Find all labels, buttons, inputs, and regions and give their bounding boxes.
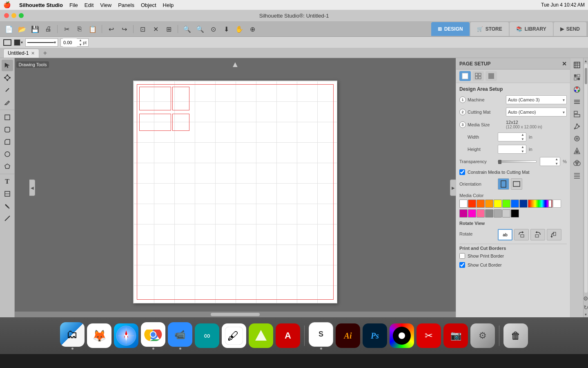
rail-effects[interactable] bbox=[572, 96, 582, 107]
swatch-pink[interactable] bbox=[459, 209, 468, 218]
show-print-border-checkbox[interactable] bbox=[459, 253, 465, 259]
dock-illustrator[interactable]: Ai bbox=[336, 323, 360, 348]
swatch-light-pink[interactable] bbox=[477, 209, 485, 218]
stroke-style-dropdown[interactable]: ▾ bbox=[14, 39, 23, 46]
dock-trash[interactable]: 🗑 bbox=[503, 323, 528, 348]
undo-button[interactable]: ↩ bbox=[105, 23, 117, 35]
menu-help[interactable]: Help bbox=[163, 2, 174, 8]
minimize-button[interactable] bbox=[11, 13, 16, 18]
dock-photos[interactable] bbox=[390, 323, 414, 348]
horizontal-scrollbar[interactable] bbox=[15, 312, 456, 317]
redo-button[interactable]: ↪ bbox=[118, 23, 130, 35]
refresh-icon[interactable]: ↻ bbox=[582, 303, 588, 312]
delete-button[interactable]: ✕ bbox=[150, 23, 161, 35]
rail-weld[interactable] bbox=[572, 158, 582, 168]
scroll-down-arrow[interactable]: ▼ bbox=[584, 312, 588, 316]
stroke-width-steppers[interactable]: ▲ ▼ bbox=[79, 38, 82, 47]
group-button[interactable]: ⊞ bbox=[163, 23, 174, 35]
menu-file[interactable]: File bbox=[69, 2, 78, 8]
swatch-lime[interactable] bbox=[502, 200, 510, 208]
open-file-button[interactable]: 📂 bbox=[16, 23, 28, 35]
right-panel-collapse[interactable]: ▶ bbox=[450, 180, 456, 196]
print-button[interactable]: 🖨 bbox=[42, 23, 54, 35]
show-cut-border-checkbox[interactable] bbox=[459, 262, 465, 268]
horizontal-scroll-thumb[interactable] bbox=[211, 313, 260, 316]
menu-object[interactable]: Object bbox=[141, 2, 156, 8]
ps-tab-solid[interactable] bbox=[486, 71, 497, 81]
doc-tab-close[interactable]: ✕ bbox=[31, 51, 35, 56]
page-setup-close[interactable]: ✕ bbox=[562, 61, 567, 67]
stroke-width-up[interactable]: ▲ bbox=[79, 38, 82, 43]
constrain-media-checkbox[interactable] bbox=[459, 169, 465, 175]
shape-1[interactable] bbox=[139, 87, 171, 110]
rail-pixel-editor[interactable] bbox=[572, 72, 582, 83]
maximize-button[interactable] bbox=[19, 13, 24, 18]
height-down[interactable]: ▼ bbox=[521, 149, 524, 154]
line-tool[interactable] bbox=[2, 213, 13, 224]
rotate-ab-button[interactable]: ab bbox=[498, 229, 512, 240]
menu-panels[interactable]: Panels bbox=[118, 2, 134, 8]
pencil-tool[interactable] bbox=[2, 96, 13, 108]
snip-rect-tool[interactable] bbox=[2, 136, 13, 148]
document-tab[interactable]: Untitled-1 ✕ bbox=[3, 49, 39, 58]
dock-chrome[interactable] bbox=[141, 322, 165, 350]
swatch-blue[interactable] bbox=[511, 200, 519, 208]
eraser-tool[interactable] bbox=[2, 188, 13, 200]
rectangle-tool[interactable] bbox=[2, 112, 13, 123]
tab-library[interactable]: 📚 LIBRARY bbox=[510, 22, 553, 36]
swatch-red[interactable] bbox=[468, 200, 476, 208]
dock-inkscape[interactable]: 🖋 bbox=[222, 323, 246, 348]
swatch-black[interactable] bbox=[511, 209, 519, 218]
width-up[interactable]: ▲ bbox=[521, 132, 524, 137]
width-input-container[interactable]: 12.000 ▲ ▼ bbox=[498, 132, 526, 141]
window-controls[interactable] bbox=[4, 13, 24, 18]
stroke-width-field[interactable]: 0.00 ▲ ▼ pt bbox=[60, 38, 89, 47]
transparency-input[interactable]: 0.0 bbox=[542, 159, 554, 164]
rotate-270-button[interactable] bbox=[547, 229, 561, 240]
rail-transform[interactable] bbox=[572, 121, 582, 132]
height-input[interactable]: 12.000 bbox=[500, 147, 520, 152]
swatch-dark-blue[interactable] bbox=[519, 200, 528, 208]
scroll-track[interactable] bbox=[584, 64, 588, 293]
scroll-thumb[interactable] bbox=[585, 68, 587, 84]
paste-button[interactable]: 📋 bbox=[87, 23, 98, 35]
dock-affinity[interactable] bbox=[249, 323, 273, 348]
rail-offset[interactable] bbox=[572, 146, 582, 156]
width-input[interactable]: 12.000 bbox=[500, 135, 520, 139]
stroke-color-swatch[interactable] bbox=[3, 39, 11, 46]
dock-zoom[interactable]: 📹 bbox=[168, 322, 192, 350]
pan-button[interactable]: ✋ bbox=[234, 23, 245, 35]
swatch-orange-red[interactable] bbox=[477, 200, 485, 208]
dock-photobooth[interactable]: 📷 bbox=[443, 323, 468, 348]
rotate-180-button[interactable] bbox=[530, 229, 545, 240]
node-edit-tool[interactable] bbox=[2, 72, 13, 83]
height-input-container[interactable]: 12.000 ▲ ▼ bbox=[498, 145, 526, 154]
add-page-button[interactable]: ⊕ bbox=[247, 23, 258, 35]
transparency-slider[interactable] bbox=[498, 160, 537, 163]
color-gradient-bar[interactable] bbox=[528, 200, 552, 208]
swatch-lighter-gray[interactable] bbox=[502, 209, 510, 218]
ps-tab-grid[interactable] bbox=[472, 71, 484, 81]
dock-silhouette-red[interactable]: ✂ bbox=[416, 323, 441, 348]
rail-replicate[interactable] bbox=[572, 133, 582, 144]
dock-firefox[interactable]: 🦊 bbox=[87, 323, 111, 348]
portrait-button[interactable] bbox=[498, 178, 509, 190]
swatch-light-gray[interactable] bbox=[494, 209, 502, 218]
add-tab-button[interactable]: + bbox=[41, 49, 49, 57]
text-tool[interactable]: T bbox=[2, 176, 13, 187]
transparency-down[interactable]: ▼ bbox=[555, 162, 558, 166]
transparency-steppers[interactable]: ▲ ▼ bbox=[555, 157, 558, 166]
rounded-rect-tool[interactable] bbox=[2, 124, 13, 135]
zoom-in-button[interactable]: 🔍 bbox=[181, 23, 193, 35]
stroke-width-down[interactable]: ▼ bbox=[79, 43, 82, 47]
height-steppers[interactable]: ▲ ▼ bbox=[521, 145, 524, 154]
shape-4[interactable] bbox=[172, 114, 189, 131]
landscape-button[interactable] bbox=[511, 178, 522, 190]
dock-photoshop[interactable]: Ps bbox=[363, 323, 387, 348]
stroke-width-input[interactable]: 0.00 bbox=[62, 38, 77, 47]
swatch-gray[interactable] bbox=[485, 209, 493, 218]
new-file-button[interactable]: 📄 bbox=[3, 23, 15, 35]
canvas-up-arrow[interactable]: ▲ bbox=[231, 60, 239, 69]
swatch-hot-pink[interactable] bbox=[468, 209, 476, 218]
dock-finder[interactable]: 🗂 bbox=[60, 322, 85, 350]
